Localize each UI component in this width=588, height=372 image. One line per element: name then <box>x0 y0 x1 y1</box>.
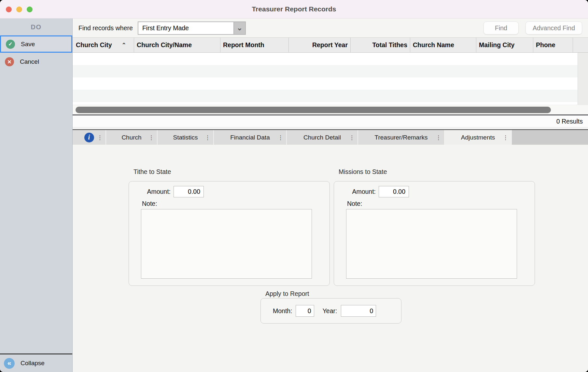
save-check-icon: ✓ <box>6 40 15 49</box>
year-field[interactable] <box>341 305 376 317</box>
advanced-find-button[interactable]: Advanced Find <box>525 21 582 34</box>
column-label: Report Month <box>223 41 264 49</box>
column-header-church-name[interactable]: Church Name <box>410 38 476 52</box>
missions-to-state-group: Amount: Note: <box>334 181 535 286</box>
tab-adjustments[interactable]: Adjustments ⋮ <box>445 130 512 145</box>
tab-label: Statistics <box>173 134 198 141</box>
column-label: Church City <box>76 41 112 49</box>
collapse-label: Collapse <box>21 360 45 367</box>
column-header-church-city-name[interactable]: Church City/Name <box>134 38 220 52</box>
tab-statistics[interactable]: Statistics ⋮ <box>158 130 214 145</box>
sidebar-header: DO <box>0 19 72 35</box>
info-icon[interactable]: i <box>84 133 94 142</box>
content-area: Find records where First Entry Made ⌄ Fi… <box>73 19 588 372</box>
column-header-phone[interactable]: Phone <box>533 38 573 52</box>
missions-note-field[interactable] <box>346 209 517 279</box>
tab-bar: i ⋮ Church ⋮ Statistics ⋮ Financial Data… <box>73 130 588 145</box>
fullscreen-button[interactable] <box>27 7 33 12</box>
month-label: Month: <box>273 307 292 315</box>
column-label: Phone <box>536 41 555 49</box>
tithe-to-state-title: Tithe to State <box>133 168 171 176</box>
table-body-empty-rows <box>73 53 578 105</box>
window-body: DO ✓ Save ✕ Cancel « Collapse Find recor… <box>0 19 588 372</box>
column-label: Church Name <box>413 41 454 49</box>
find-bar: Find records where First Entry Made ⌄ Fi… <box>73 19 588 37</box>
tithe-note-label: Note: <box>142 200 157 207</box>
column-header-mailing-city[interactable]: Mailing City <box>476 38 533 52</box>
apply-to-report-title: Apply to Report <box>265 290 309 298</box>
tab-label: Treasurer/Remarks <box>375 134 428 141</box>
horizontal-scrollbar-track <box>73 105 588 114</box>
tab-treasurer-remarks[interactable]: Treasurer/Remarks ⋮ <box>358 130 445 145</box>
results-count: 0 Results <box>556 118 583 125</box>
save-button[interactable]: ✓ Save <box>0 35 72 53</box>
minimize-button[interactable] <box>16 7 22 12</box>
tithe-note-field[interactable] <box>141 209 312 279</box>
collapse-button[interactable]: « Collapse <box>0 353 72 372</box>
column-header-church-city[interactable]: Church City ⌃ <box>73 38 134 52</box>
sort-ascending-icon: ⌃ <box>122 42 126 48</box>
app-window: Treasurer Report Records DO ✓ Save ✕ Can… <box>0 0 588 372</box>
tab-menu-dots-icon[interactable]: ⋮ <box>503 134 508 141</box>
tithe-amount-field[interactable] <box>174 186 204 197</box>
table-body-wrap <box>73 53 588 105</box>
missions-note-label: Note: <box>347 200 362 207</box>
year-label: Year: <box>323 307 337 315</box>
results-bar: 0 Results <box>73 115 588 127</box>
tab-info[interactable]: i ⋮ <box>73 130 106 145</box>
tab-menu-dots-icon[interactable]: ⋮ <box>349 134 355 141</box>
tab-financial-data[interactable]: Financial Data ⋮ <box>214 130 287 145</box>
column-header-report-year[interactable]: Report Year <box>289 38 351 52</box>
find-records-where-label: Find records where <box>78 24 133 32</box>
missions-amount-label: Amount: <box>343 188 376 195</box>
collapse-chevrons-icon: « <box>4 358 15 369</box>
find-criteria-dropdown[interactable]: First Entry Made ⌄ <box>138 21 246 35</box>
missions-to-state-title: Missions to State <box>339 168 387 176</box>
tab-label: Adjustments <box>461 134 495 141</box>
window-title: Treasurer Report Records <box>0 5 588 13</box>
cancel-x-icon: ✕ <box>5 57 14 66</box>
apply-to-report-group: Month: Year: <box>260 298 401 324</box>
tab-menu-dots-icon[interactable]: ⋮ <box>97 134 103 141</box>
dropdown-selected-value: First Entry Made <box>138 22 233 34</box>
month-field[interactable] <box>296 305 314 317</box>
missions-amount-field[interactable] <box>379 186 409 197</box>
titlebar: Treasurer Report Records <box>0 0 588 19</box>
tab-label: Church <box>121 134 141 141</box>
traffic-lights <box>6 0 33 19</box>
tab-menu-dots-icon[interactable]: ⋮ <box>436 134 441 141</box>
tab-menu-dots-icon[interactable]: ⋮ <box>205 134 210 141</box>
column-header-report-month[interactable]: Report Month <box>220 38 289 52</box>
tabbar-filler <box>512 130 588 145</box>
find-button[interactable]: Find <box>483 21 519 34</box>
column-header-total-tithes[interactable]: Total Tithes <box>351 38 410 52</box>
column-label: Total Tithes <box>372 41 407 49</box>
sidebar-spacer <box>0 70 72 353</box>
table-header-stub <box>573 38 588 52</box>
find-buttons-group: Find Advanced Find <box>483 21 582 34</box>
cancel-button[interactable]: ✕ Cancel <box>0 54 72 70</box>
column-label: Report Year <box>312 41 348 49</box>
horizontal-scrollbar-thumb[interactable] <box>76 107 551 113</box>
vertical-scrollbar-track[interactable] <box>578 53 588 105</box>
sidebar: DO ✓ Save ✕ Cancel « Collapse <box>0 19 73 372</box>
cancel-label: Cancel <box>20 58 39 65</box>
tab-label: Financial Data <box>230 134 270 141</box>
tab-menu-dots-icon[interactable]: ⋮ <box>278 134 283 141</box>
tab-church[interactable]: Church ⋮ <box>106 130 158 145</box>
column-label: Mailing City <box>479 41 514 49</box>
tithe-to-state-group: Amount: Note: <box>129 181 330 286</box>
adjustments-panel: Tithe to State Amount: Note: Missions to… <box>73 145 588 372</box>
column-label: Church City/Name <box>137 41 192 49</box>
save-label: Save <box>21 41 35 48</box>
dropdown-chevron-icon[interactable]: ⌄ <box>233 22 245 34</box>
tab-menu-dots-icon[interactable]: ⋮ <box>148 134 154 141</box>
tab-label: Church Detail <box>303 134 341 141</box>
tithe-amount-label: Amount: <box>138 188 171 195</box>
tab-church-detail[interactable]: Church Detail ⋮ <box>287 130 358 145</box>
table-header: Church City ⌃ Church City/Name Report Mo… <box>73 37 588 53</box>
close-button[interactable] <box>6 7 12 12</box>
